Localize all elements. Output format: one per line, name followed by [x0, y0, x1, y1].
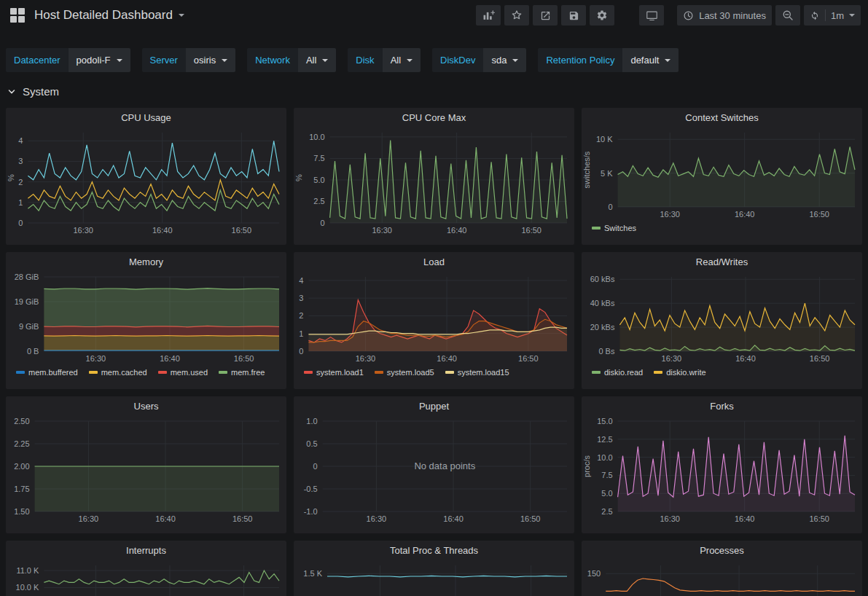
load-chart[interactable]: 0123416:3016:4016:50	[294, 271, 574, 364]
refresh-interval-label: 1m	[831, 10, 844, 21]
y-tick-label: 0	[608, 203, 612, 211]
variable-value-dropdown[interactable]: podoli-F	[69, 48, 130, 72]
y-tick-label: 5.0	[601, 489, 612, 498]
panel-title[interactable]: CPU Usage	[6, 108, 286, 127]
panel-forks: Forks 2.55.07.510.012.515.016:3016:4016:…	[582, 396, 862, 533]
variable-value: default	[630, 55, 659, 66]
series-fill	[35, 466, 279, 511]
refresh-icon	[810, 10, 820, 20]
legend-item[interactable]: system.load1	[304, 368, 364, 377]
users-chart[interactable]: 1.501.752.002.252.5016:3016:4016:50	[6, 415, 286, 525]
template-variables-bar: Datacenter podoli-F Server osiris Networ…	[0, 31, 868, 72]
y-tick-label: 2.5	[313, 197, 324, 205]
panel-puppet: Puppet 1.00.50-0.5-1.016:3016:4016:50No …	[294, 396, 574, 533]
x-tick-label: 16:30	[662, 354, 682, 363]
panel-title[interactable]: Processes	[582, 541, 862, 560]
x-tick-label: 16:40	[735, 210, 755, 219]
legend-item[interactable]: mem.buffered	[16, 368, 78, 377]
legend-item[interactable]: system.load5	[375, 368, 434, 377]
context-switches-chart[interactable]: 05 K10 K16:3016:4016:50switches/s	[582, 127, 862, 220]
panel-title[interactable]: Forks	[582, 396, 862, 415]
variable-label: DiskDev	[432, 48, 483, 72]
variable-value-dropdown[interactable]: default	[622, 48, 679, 72]
chevron-down-icon	[179, 14, 184, 17]
x-tick-label: 16:40	[155, 514, 176, 523]
y-tick-label: 2	[18, 178, 23, 187]
legend-swatch	[375, 371, 383, 374]
total-proc-threads-chart[interactable]: 1.5 K1.0 K0.5 K016:3016:4016:50	[294, 560, 574, 596]
panel-title[interactable]: Read/Writes	[582, 252, 862, 271]
time-range-button[interactable]: Last 30 minutes	[677, 5, 772, 26]
cpu-core-max-chart[interactable]: 02.55.07.510.016:3016:4016:50%	[294, 127, 574, 236]
star-button[interactable]	[504, 5, 529, 26]
y-tick-label: 0	[18, 219, 23, 227]
variable-value: osiris	[194, 55, 216, 66]
y-tick-label: 4	[18, 136, 23, 145]
panel-title[interactable]: Total Proc & Threads	[294, 541, 574, 560]
legend-item[interactable]: diskio.read	[592, 368, 643, 377]
tv-mode-button[interactable]	[639, 5, 664, 26]
chart-legend: diskio.readdiskio.write	[582, 364, 862, 380]
panel-title[interactable]: Memory	[6, 252, 286, 271]
legend-swatch	[89, 371, 98, 374]
y-tick-label: 10.0	[309, 133, 324, 141]
cpu-usage-chart[interactable]: 0123416:3016:4016:50%	[6, 127, 286, 236]
x-tick-label: 16:30	[356, 354, 376, 363]
forks-chart[interactable]: 2.55.07.510.012.515.016:3016:4016:50proc…	[582, 415, 862, 525]
save-button[interactable]	[561, 5, 586, 26]
no-data-text: No data points	[414, 460, 475, 471]
y-tick-label: 10 K	[596, 135, 613, 144]
puppet-chart[interactable]: 1.00.50-0.5-1.016:3016:4016:50No data po…	[294, 415, 574, 525]
variable-label: Datacenter	[6, 48, 69, 72]
zoom-out-button[interactable]	[775, 5, 800, 26]
x-tick-label: 16:30	[73, 226, 93, 235]
legend-label: system.load5	[387, 368, 434, 377]
y-tick-label: 5 K	[601, 169, 613, 178]
legend-item[interactable]: mem.cached	[89, 368, 147, 377]
y-tick-label: 2.25	[14, 439, 29, 448]
panel-title[interactable]: CPU Core Max	[294, 108, 574, 127]
panel-cpu-core-max: CPU Core Max 02.55.07.510.016:3016:4016:…	[294, 108, 574, 245]
y-tick-label: 4	[299, 276, 303, 285]
y-tick-label: 5.0	[313, 176, 324, 184]
variable-value-dropdown[interactable]: All	[298, 48, 336, 72]
refresh-button[interactable]: 1m	[804, 5, 861, 26]
x-tick-label: 16:40	[152, 226, 173, 235]
panel-title[interactable]: Load	[294, 252, 574, 271]
y-tick-label: 1	[299, 329, 303, 338]
y-tick-label: 2.50	[14, 417, 29, 426]
panel-title[interactable]: Context Switches	[582, 108, 862, 127]
legend-item[interactable]: Switches	[592, 224, 636, 232]
panel-title[interactable]: Users	[6, 396, 286, 415]
x-tick-label: 16:50	[234, 354, 254, 363]
y-tick-label: 1.50	[14, 507, 29, 516]
processes-chart[interactable]: 15010050016:3016:4016:50	[582, 560, 862, 596]
y-tick-label: 150	[587, 569, 601, 578]
read-writes-chart[interactable]: 0 Bs20 kBs40 kBs60 kBs16:3016:4016:50	[582, 271, 862, 364]
variable-value-dropdown[interactable]: osiris	[186, 48, 235, 72]
y-tick-label: 19 GiB	[15, 297, 39, 306]
panel-title[interactable]: Interrupts	[6, 541, 286, 560]
legend-item[interactable]: diskio.write	[654, 368, 705, 377]
variable-value: All	[391, 55, 401, 66]
variable-value-dropdown[interactable]: sda	[483, 48, 526, 72]
row-header-system[interactable]: System	[0, 72, 868, 105]
legend-item[interactable]: mem.free	[219, 368, 265, 377]
apps-grid-icon[interactable]	[10, 8, 25, 23]
legend-item[interactable]: system.load15	[445, 368, 509, 377]
settings-gear-icon	[596, 9, 608, 21]
panel-total-proc-threads: Total Proc & Threads 1.5 K1.0 K0.5 K016:…	[294, 541, 574, 596]
legend-label: Switches	[604, 224, 636, 232]
panel-title[interactable]: Puppet	[294, 396, 574, 415]
settings-button[interactable]	[590, 5, 614, 26]
panel-read-writes: Read/Writes 0 Bs20 kBs40 kBs60 kBs16:301…	[582, 252, 862, 389]
interrupts-chart[interactable]: 11.0 K10.0 K9.0 K8.0 K7.0 K16:3016:4016:…	[6, 560, 286, 596]
variable-value-dropdown[interactable]: All	[383, 48, 421, 72]
row-title: System	[23, 85, 59, 98]
dashboard-title-dropdown[interactable]: Host Detailed Dashboard	[34, 8, 184, 23]
variable-disk: Disk All	[348, 48, 421, 72]
add-panel-button[interactable]	[476, 5, 501, 26]
legend-item[interactable]: mem.used	[158, 368, 208, 377]
share-button[interactable]	[533, 5, 558, 26]
memory-chart[interactable]: 0 B9 GiB19 GiB28 GiB16:3016:4016:50	[6, 271, 286, 364]
